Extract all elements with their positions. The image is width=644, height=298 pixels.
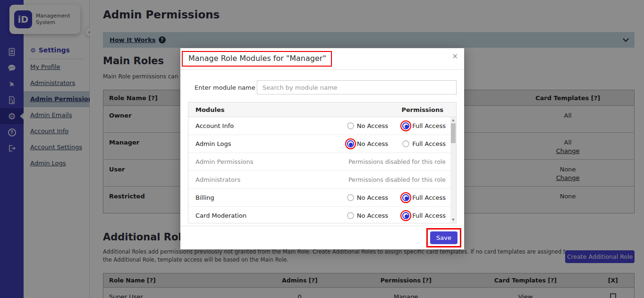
permissions-disabled-text: Permissions disabled for this role xyxy=(348,158,446,165)
modules-scrollbar[interactable] xyxy=(450,117,456,223)
manage-role-modules-dialog: Manage Role Modules for "Manager" × Ente… xyxy=(180,48,464,249)
scroll-down-arrow[interactable] xyxy=(452,219,455,221)
module-row-card-moderation: Card Moderation No Access Full Access xyxy=(188,207,450,223)
permissions-disabled-text: Permissions disabled for this role xyxy=(348,176,446,183)
module-row-account-info: Account Info No Access Full Access xyxy=(188,117,450,135)
title-annotation-box: Manage Role Modules for "Manager" xyxy=(182,51,332,67)
close-icon[interactable]: × xyxy=(452,53,458,60)
module-search-input[interactable] xyxy=(257,80,457,94)
full-access-radio[interactable] xyxy=(402,140,409,147)
dialog-title: Manage Role Modules for "Manager" xyxy=(188,54,326,63)
module-row-admin-permissions: Admin Permissions Permissions disabled f… xyxy=(188,153,450,171)
dialog-footer: Save xyxy=(180,226,464,249)
no-access-radio[interactable] xyxy=(347,194,354,201)
module-row-admin-logs: Admin Logs No Access Full Access xyxy=(188,135,450,153)
no-access-radio-annotated[interactable] xyxy=(347,140,354,147)
full-access-radio-annotated[interactable] xyxy=(402,212,409,219)
scrollbar-thumb[interactable] xyxy=(451,123,456,143)
no-access-radio[interactable] xyxy=(347,122,354,129)
module-row-billing: Billing No Access Full Access xyxy=(188,189,450,207)
modules-column-header: Modules xyxy=(195,106,224,113)
module-row-administrators: Administrators Permissions disabled for … xyxy=(188,171,450,189)
full-access-radio-annotated[interactable] xyxy=(402,122,409,129)
save-annotation-box: Save xyxy=(426,228,461,247)
permissions-column-header: Permissions xyxy=(401,106,443,113)
full-access-radio-annotated[interactable] xyxy=(402,194,409,201)
save-button[interactable]: Save xyxy=(430,231,458,244)
dialog-header: Manage Role Modules for "Manager" × xyxy=(180,48,464,70)
search-label: Enter module name xyxy=(195,84,257,91)
scroll-up-arrow[interactable] xyxy=(452,119,455,121)
modules-table: Modules Permissions Account Info No Acce… xyxy=(188,102,457,223)
no-access-radio[interactable] xyxy=(347,212,354,219)
modules-list: Account Info No Access Full Access Admin… xyxy=(188,117,456,223)
